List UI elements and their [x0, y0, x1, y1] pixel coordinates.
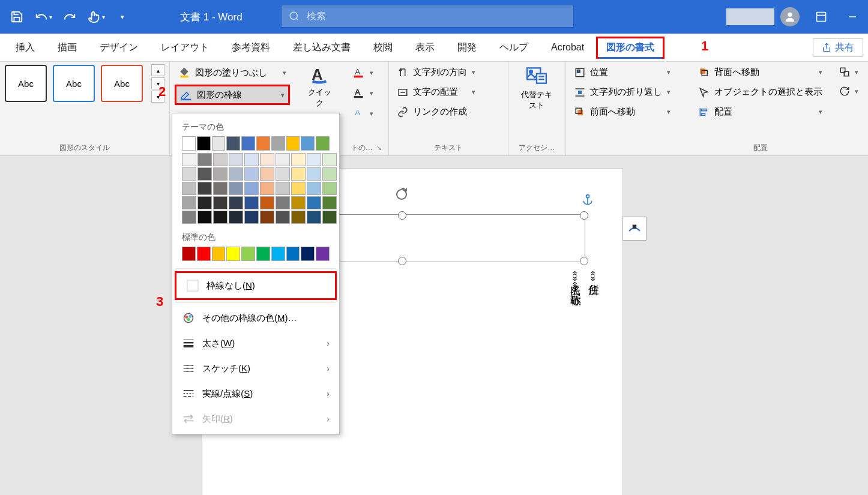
color-swatch[interactable] — [182, 136, 196, 151]
create-link-button[interactable]: リンクの作成 — [394, 104, 479, 120]
color-swatch[interactable] — [276, 167, 290, 181]
minimize-button[interactable] — [837, 0, 868, 34]
tab-shape-format[interactable]: 図形の書式 — [596, 37, 665, 59]
sketch-item[interactable]: スケッチ(K) › — [172, 356, 339, 381]
color-swatch[interactable] — [197, 136, 211, 151]
color-swatch[interactable] — [229, 153, 243, 166]
color-swatch[interactable] — [322, 167, 337, 181]
ribbon-display-button[interactable] — [806, 0, 837, 34]
tab-design[interactable]: デザイン — [89, 37, 149, 59]
color-swatch[interactable] — [244, 211, 259, 224]
color-swatch[interactable] — [197, 153, 212, 166]
color-swatch[interactable] — [307, 153, 321, 166]
group-objects-button[interactable]: ▾ — [836, 64, 862, 80]
search-box[interactable]: 検索 — [281, 5, 574, 28]
color-swatch[interactable] — [291, 167, 306, 181]
color-swatch[interactable] — [197, 182, 212, 195]
color-swatch[interactable] — [182, 196, 196, 209]
tab-draw[interactable]: 描画 — [47, 37, 88, 59]
no-outline-item[interactable]: 枠線なし(N) — [175, 271, 337, 300]
color-swatch[interactable] — [213, 167, 228, 181]
tab-insert[interactable]: 挿入 — [5, 37, 46, 59]
color-swatch[interactable] — [213, 182, 228, 195]
color-swatch[interactable] — [286, 247, 300, 261]
color-swatch[interactable] — [301, 247, 315, 261]
color-swatch[interactable] — [276, 153, 290, 166]
color-swatch[interactable] — [197, 167, 212, 181]
text-direction-button[interactable]: 文字列の方向▾ — [394, 64, 479, 80]
color-swatch[interactable] — [182, 247, 196, 261]
tab-mailings[interactable]: 差し込み文書 — [282, 37, 361, 59]
tab-references[interactable]: 参考資料 — [221, 37, 281, 59]
color-swatch[interactable] — [212, 136, 226, 151]
color-swatch[interactable] — [291, 196, 306, 209]
color-swatch[interactable] — [182, 167, 196, 181]
resize-handle-ne[interactable] — [580, 211, 588, 220]
touch-mode-button[interactable]: ▾ — [84, 5, 108, 29]
color-swatch[interactable] — [226, 136, 240, 151]
color-swatch[interactable] — [182, 182, 196, 195]
share-button[interactable]: 共有 — [813, 38, 863, 57]
color-swatch[interactable] — [229, 211, 243, 224]
color-swatch[interactable] — [307, 167, 321, 181]
tab-acrobat[interactable]: Acrobat — [540, 37, 595, 58]
color-swatch[interactable] — [271, 136, 285, 151]
color-swatch[interactable] — [256, 247, 270, 261]
color-swatch[interactable] — [197, 196, 212, 209]
color-swatch[interactable] — [276, 182, 290, 195]
style-gallery[interactable]: Abc Abc Abc ▴▾▾ — [5, 64, 164, 103]
tab-view[interactable]: 表示 — [405, 37, 445, 59]
redo-button[interactable] — [58, 5, 82, 29]
color-swatch[interactable] — [229, 182, 243, 195]
color-swatch[interactable] — [260, 182, 274, 195]
color-swatch[interactable] — [244, 182, 259, 195]
qat-customize-button[interactable]: ▾ — [110, 5, 134, 29]
color-swatch[interactable] — [322, 182, 337, 195]
send-backward-button[interactable]: 背面へ移動▾ — [695, 64, 826, 80]
color-swatch[interactable] — [307, 211, 321, 224]
color-swatch[interactable] — [322, 196, 337, 209]
color-swatch[interactable] — [212, 247, 226, 261]
undo-button[interactable]: ▾ — [31, 5, 55, 29]
color-swatch[interactable] — [241, 247, 255, 261]
more-colors-item[interactable]: その他の枠線の色(M)… — [172, 305, 339, 331]
color-swatch[interactable] — [197, 247, 211, 261]
color-swatch[interactable] — [229, 196, 243, 209]
color-swatch[interactable] — [241, 136, 255, 151]
wrap-text-button[interactable]: 文字列の折り返し▾ — [571, 84, 674, 100]
rotate-button[interactable]: ▾ — [836, 83, 862, 99]
color-swatch[interactable] — [260, 153, 274, 166]
color-swatch[interactable] — [260, 196, 274, 209]
color-swatch[interactable] — [226, 247, 240, 261]
color-swatch[interactable] — [276, 211, 290, 224]
color-swatch[interactable] — [244, 153, 259, 166]
color-swatch[interactable] — [213, 153, 228, 166]
color-swatch[interactable] — [276, 196, 290, 209]
color-swatch[interactable] — [260, 211, 274, 224]
color-swatch[interactable] — [213, 196, 228, 209]
color-swatch[interactable] — [322, 211, 337, 224]
shape-outline-button[interactable]: 図形の枠線▾ — [175, 85, 290, 105]
resize-handle-n[interactable] — [398, 211, 406, 220]
color-swatch[interactable] — [316, 136, 330, 151]
dashes-item[interactable]: 実線/点線(S) › — [172, 381, 339, 406]
bring-forward-button[interactable]: 前面へ移動▾ — [571, 104, 674, 120]
color-swatch[interactable] — [256, 136, 270, 151]
tab-review[interactable]: 校閲 — [363, 37, 403, 59]
alt-text-button[interactable]: 代替テキスト — [513, 64, 561, 111]
color-swatch[interactable] — [291, 153, 306, 166]
tab-help[interactable]: ヘルプ — [489, 37, 539, 59]
color-swatch[interactable] — [197, 211, 212, 224]
color-swatch[interactable] — [316, 247, 330, 261]
color-swatch[interactable] — [182, 153, 196, 166]
user-avatar[interactable] — [780, 7, 800, 26]
save-button[interactable] — [5, 5, 29, 29]
color-swatch[interactable] — [271, 247, 285, 261]
tab-developer[interactable]: 開発 — [447, 37, 487, 59]
style-preset-3[interactable]: Abc — [101, 65, 143, 102]
align-button[interactable]: 配置▾ — [695, 104, 826, 120]
color-swatch[interactable] — [307, 196, 321, 209]
color-swatch[interactable] — [286, 136, 300, 151]
color-swatch[interactable] — [291, 182, 306, 195]
color-swatch[interactable] — [244, 167, 259, 181]
